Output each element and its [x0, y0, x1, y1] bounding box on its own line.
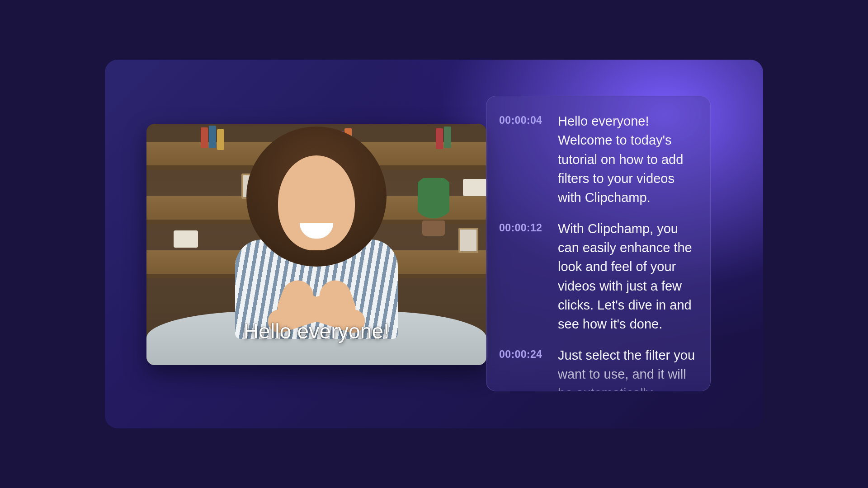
transcript-entry[interactable]: 00:00:12 With Clipchamp, you can easily … — [499, 219, 698, 334]
transcript-text: With Clipchamp, you can easily enhance t… — [558, 219, 698, 334]
transcript-timestamp[interactable]: 00:00:24 — [499, 346, 548, 391]
transcript-timestamp[interactable]: 00:00:12 — [499, 219, 548, 334]
transcript-text: Hello everyone! Welcome to today's tutor… — [558, 112, 698, 207]
video-preview[interactable]: Hello everyone! — [146, 124, 486, 365]
app-canvas: Hello everyone! 00:00:04 Hello everyone!… — [105, 60, 763, 428]
transcript-panel[interactable]: 00:00:04 Hello everyone! Welcome to toda… — [486, 96, 711, 391]
presenter — [235, 127, 398, 339]
video-caption: Hello everyone! — [146, 319, 486, 343]
transcript-text: Just select the filter you want to use, … — [558, 346, 698, 391]
transcript-entry[interactable]: 00:00:24 Just select the filter you want… — [499, 346, 698, 391]
transcript-entry[interactable]: 00:00:04 Hello everyone! Welcome to toda… — [499, 112, 698, 207]
transcript-timestamp[interactable]: 00:00:04 — [499, 112, 548, 207]
